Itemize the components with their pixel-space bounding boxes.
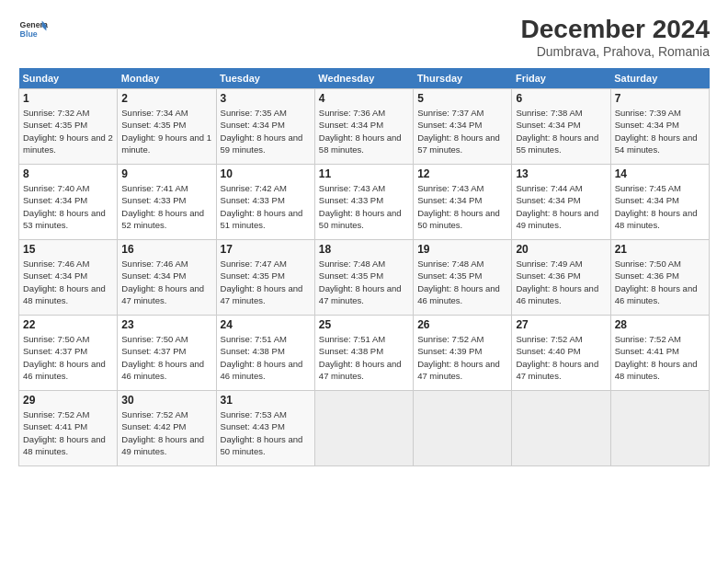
day-number: 3 <box>221 92 311 105</box>
calendar-cell <box>314 391 413 466</box>
calendar-cell <box>610 391 709 466</box>
day-number: 13 <box>516 167 606 180</box>
day-info: Sunrise: 7:52 AMSunset: 4:42 PMDaylight:… <box>121 409 204 456</box>
day-of-week-header: Tuesday <box>216 68 314 89</box>
calendar-cell: 13 Sunrise: 7:44 AMSunset: 4:34 PMDaylig… <box>512 165 610 240</box>
calendar-cell: 11 Sunrise: 7:43 AMSunset: 4:33 PMDaylig… <box>314 165 413 240</box>
svg-text:Blue: Blue <box>20 29 38 39</box>
main-container: General Blue December 2024 Dumbrava, Pra… <box>0 0 728 476</box>
calendar-cell <box>414 391 512 466</box>
calendar-week-row: 22 Sunrise: 7:50 AMSunset: 4:37 PMDaylig… <box>19 316 710 391</box>
day-number: 29 <box>23 394 113 407</box>
day-number: 5 <box>417 92 507 105</box>
day-info: Sunrise: 7:48 AMSunset: 4:35 PMDaylight:… <box>417 259 500 305</box>
day-number: 16 <box>121 243 211 256</box>
calendar-cell: 21 Sunrise: 7:50 AMSunset: 4:36 PMDaylig… <box>610 240 709 316</box>
day-of-week-header: Thursday <box>414 68 512 89</box>
day-number: 19 <box>417 243 507 256</box>
day-info: Sunrise: 7:34 AMSunset: 4:35 PMDaylight:… <box>121 108 211 155</box>
day-number: 23 <box>121 318 211 331</box>
day-info: Sunrise: 7:35 AMSunset: 4:34 PMDaylight:… <box>221 108 303 155</box>
day-info: Sunrise: 7:52 AMSunset: 4:41 PMDaylight:… <box>615 334 698 381</box>
logo-icon: General Blue <box>18 15 48 44</box>
calendar-week-row: 29 Sunrise: 7:52 AMSunset: 4:41 PMDaylig… <box>19 391 710 466</box>
calendar-cell: 16 Sunrise: 7:46 AMSunset: 4:34 PMDaylig… <box>118 240 216 316</box>
day-info: Sunrise: 7:48 AMSunset: 4:35 PMDaylight:… <box>319 259 402 305</box>
day-number: 25 <box>319 318 409 331</box>
calendar-cell: 24 Sunrise: 7:51 AMSunset: 4:38 PMDaylig… <box>216 316 314 391</box>
calendar-cell: 29 Sunrise: 7:52 AMSunset: 4:41 PMDaylig… <box>19 391 118 466</box>
day-info: Sunrise: 7:43 AMSunset: 4:33 PMDaylight:… <box>319 183 402 230</box>
day-info: Sunrise: 7:52 AMSunset: 4:39 PMDaylight:… <box>417 334 500 381</box>
calendar-cell: 10 Sunrise: 7:42 AMSunset: 4:33 PMDaylig… <box>216 165 314 240</box>
calendar-header-row: SundayMondayTuesdayWednesdayThursdayFrid… <box>19 68 710 89</box>
calendar-cell: 20 Sunrise: 7:49 AMSunset: 4:36 PMDaylig… <box>512 240 610 316</box>
day-info: Sunrise: 7:46 AMSunset: 4:34 PMDaylight:… <box>23 259 106 305</box>
day-info: Sunrise: 7:49 AMSunset: 4:36 PMDaylight:… <box>516 259 598 305</box>
location-title: Dumbrava, Prahova, Romania <box>521 44 710 59</box>
day-number: 14 <box>615 167 705 180</box>
day-of-week-header: Sunday <box>19 68 118 89</box>
calendar-cell: 28 Sunrise: 7:52 AMSunset: 4:41 PMDaylig… <box>610 316 709 391</box>
day-info: Sunrise: 7:39 AMSunset: 4:34 PMDaylight:… <box>615 108 698 155</box>
day-info: Sunrise: 7:32 AMSunset: 4:35 PMDaylight:… <box>23 108 113 155</box>
calendar-cell: 19 Sunrise: 7:48 AMSunset: 4:35 PMDaylig… <box>414 240 512 316</box>
calendar-cell: 7 Sunrise: 7:39 AMSunset: 4:34 PMDayligh… <box>610 89 709 165</box>
day-info: Sunrise: 7:50 AMSunset: 4:36 PMDaylight:… <box>615 259 698 305</box>
day-number: 17 <box>221 243 311 256</box>
day-number: 18 <box>319 243 409 256</box>
day-number: 12 <box>417 167 507 180</box>
calendar-cell: 15 Sunrise: 7:46 AMSunset: 4:34 PMDaylig… <box>19 240 118 316</box>
day-info: Sunrise: 7:52 AMSunset: 4:40 PMDaylight:… <box>516 334 598 381</box>
day-info: Sunrise: 7:52 AMSunset: 4:41 PMDaylight:… <box>23 409 106 456</box>
calendar-week-row: 8 Sunrise: 7:40 AMSunset: 4:34 PMDayligh… <box>19 165 710 240</box>
calendar-cell: 8 Sunrise: 7:40 AMSunset: 4:34 PMDayligh… <box>19 165 118 240</box>
calendar-cell: 6 Sunrise: 7:38 AMSunset: 4:34 PMDayligh… <box>512 89 610 165</box>
title-block: December 2024 Dumbrava, Prahova, Romania <box>521 15 710 59</box>
day-number: 2 <box>121 92 211 105</box>
calendar-week-row: 15 Sunrise: 7:46 AMSunset: 4:34 PMDaylig… <box>19 240 710 316</box>
day-number: 26 <box>417 318 507 331</box>
day-info: Sunrise: 7:40 AMSunset: 4:34 PMDaylight:… <box>23 183 106 230</box>
day-number: 20 <box>516 243 606 256</box>
day-info: Sunrise: 7:36 AMSunset: 4:34 PMDaylight:… <box>319 108 402 155</box>
calendar-cell: 30 Sunrise: 7:52 AMSunset: 4:42 PMDaylig… <box>118 391 216 466</box>
calendar-cell: 17 Sunrise: 7:47 AMSunset: 4:35 PMDaylig… <box>216 240 314 316</box>
calendar-cell: 22 Sunrise: 7:50 AMSunset: 4:37 PMDaylig… <box>19 316 118 391</box>
day-info: Sunrise: 7:46 AMSunset: 4:34 PMDaylight:… <box>121 259 204 305</box>
calendar-cell: 9 Sunrise: 7:41 AMSunset: 4:33 PMDayligh… <box>118 165 216 240</box>
calendar-cell: 27 Sunrise: 7:52 AMSunset: 4:40 PMDaylig… <box>512 316 610 391</box>
calendar-week-row: 1 Sunrise: 7:32 AMSunset: 4:35 PMDayligh… <box>19 89 710 165</box>
calendar-cell: 5 Sunrise: 7:37 AMSunset: 4:34 PMDayligh… <box>414 89 512 165</box>
day-number: 28 <box>615 318 705 331</box>
logo: General Blue <box>18 15 48 44</box>
day-number: 21 <box>615 243 705 256</box>
day-number: 6 <box>516 92 606 105</box>
calendar-table: SundayMondayTuesdayWednesdayThursdayFrid… <box>18 68 710 466</box>
day-number: 30 <box>121 394 211 407</box>
day-info: Sunrise: 7:50 AMSunset: 4:37 PMDaylight:… <box>121 334 204 381</box>
day-info: Sunrise: 7:47 AMSunset: 4:35 PMDaylight:… <box>221 259 303 305</box>
calendar-cell: 12 Sunrise: 7:43 AMSunset: 4:34 PMDaylig… <box>414 165 512 240</box>
day-info: Sunrise: 7:53 AMSunset: 4:43 PMDaylight:… <box>221 409 303 456</box>
calendar-cell: 23 Sunrise: 7:50 AMSunset: 4:37 PMDaylig… <box>118 316 216 391</box>
day-of-week-header: Wednesday <box>314 68 413 89</box>
calendar-cell <box>512 391 610 466</box>
day-of-week-header: Monday <box>118 68 216 89</box>
day-info: Sunrise: 7:44 AMSunset: 4:34 PMDaylight:… <box>516 183 598 230</box>
day-info: Sunrise: 7:50 AMSunset: 4:37 PMDaylight:… <box>23 334 106 381</box>
calendar-cell: 2 Sunrise: 7:34 AMSunset: 4:35 PMDayligh… <box>118 89 216 165</box>
day-number: 24 <box>221 318 311 331</box>
day-info: Sunrise: 7:38 AMSunset: 4:34 PMDaylight:… <box>516 108 598 155</box>
day-number: 31 <box>221 394 311 407</box>
calendar-cell: 3 Sunrise: 7:35 AMSunset: 4:34 PMDayligh… <box>216 89 314 165</box>
calendar-cell: 14 Sunrise: 7:45 AMSunset: 4:34 PMDaylig… <box>610 165 709 240</box>
day-info: Sunrise: 7:42 AMSunset: 4:33 PMDaylight:… <box>221 183 303 230</box>
day-number: 11 <box>319 167 409 180</box>
month-title: December 2024 <box>521 15 710 44</box>
day-number: 27 <box>516 318 606 331</box>
calendar-cell: 4 Sunrise: 7:36 AMSunset: 4:34 PMDayligh… <box>314 89 413 165</box>
day-info: Sunrise: 7:41 AMSunset: 4:33 PMDaylight:… <box>121 183 204 230</box>
day-number: 4 <box>319 92 409 105</box>
calendar-cell: 25 Sunrise: 7:51 AMSunset: 4:38 PMDaylig… <box>314 316 413 391</box>
